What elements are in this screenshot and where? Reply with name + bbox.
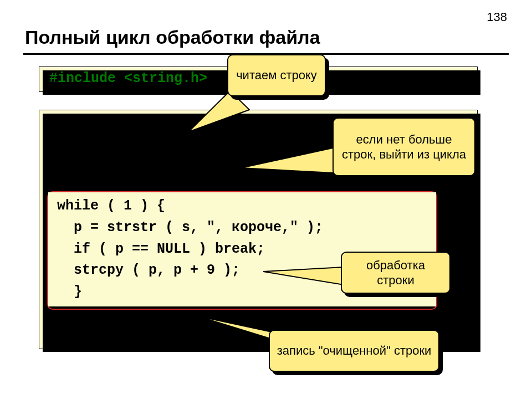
- callout-process-line: обработка строки: [341, 252, 451, 294]
- callout-no-more-lines: если нет больше строк, выйти из цикла: [332, 117, 475, 176]
- callout-read-line: читаем строку: [227, 54, 326, 96]
- callout-text: запись "очищенной" строки: [269, 330, 439, 372]
- slide-title: Полный цикл обработки файла: [25, 27, 320, 48]
- callout-text: обработка строки: [341, 252, 451, 294]
- callout-text: если нет больше строк, выйти из цикла: [332, 117, 475, 176]
- callout-text: читаем строку: [227, 54, 326, 96]
- callout-write-cleaned: запись "очищенной" строки: [269, 330, 439, 372]
- svg-marker-1: [241, 147, 344, 173]
- page-number: 138: [487, 10, 507, 24]
